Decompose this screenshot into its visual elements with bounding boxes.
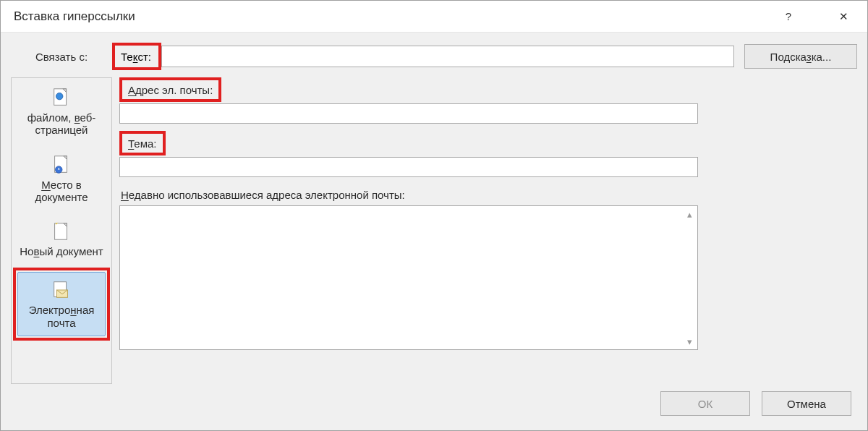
dialog-content: Связать с: Текст: Подсказка... файлом, в… [1, 33, 867, 430]
display-text-input[interactable] [161, 46, 734, 67]
email-address-label: Адрес эл. почты: [128, 84, 213, 96]
link-with-label: Связать с: [11, 51, 112, 63]
scroll-down-icon[interactable]: ▾ [683, 335, 696, 348]
screentip-button-label: Подсказка... [770, 51, 832, 63]
dialog-title: Вставка гиперссылки [14, 9, 135, 24]
text-label: Текст: [121, 51, 151, 63]
svg-point-2 [56, 93, 63, 99]
sidebar-item-label: Электронная почта [20, 304, 103, 329]
email-subject-label-box: Тема: [119, 131, 166, 155]
sidebar-item-new-doc[interactable]: Новый документ [13, 213, 110, 265]
recent-emails-listbox[interactable]: ▴ ▾ [119, 205, 698, 350]
top-row: Связать с: Текст: Подсказка... [11, 40, 857, 73]
email-address-label-box: Адрес эл. почты: [119, 77, 221, 102]
email-subject-input[interactable] [119, 157, 698, 177]
titlebar-controls: ? ✕ [772, 1, 860, 32]
email-address-input[interactable] [119, 103, 698, 124]
sidebar-item-label: Новый документ [20, 245, 103, 257]
dialog-footer: ОК Отмена [11, 384, 857, 423]
sidebar-item-file-webpage[interactable]: файлом, веб-страницей [13, 80, 110, 144]
hyperlink-dialog: Вставка гиперссылки ? ✕ Связать с: Текст… [0, 0, 868, 431]
cancel-button-label: Отмена [787, 398, 826, 410]
globe-page-icon [51, 87, 72, 108]
sidebar-item-email[interactable]: Электронная почта [17, 272, 106, 336]
sidebar-item-label: файлом, веб-страницей [16, 111, 107, 137]
titlebar: Вставка гиперссылки ? ✕ [1, 1, 867, 33]
sidebar-item-email-highlight: Электронная почта [13, 268, 110, 341]
sidebar-item-label: Место в документе [16, 179, 107, 204]
help-icon: ? [786, 10, 791, 22]
scroll-up-icon[interactable]: ▴ [683, 208, 696, 221]
cancel-button[interactable]: Отмена [762, 391, 851, 416]
mid-area: файлом, веб-страницей Место в документе … [11, 77, 857, 384]
linkto-sidebar: файлом, веб-страницей Место в документе … [11, 77, 112, 384]
text-label-box: Текст: [112, 43, 161, 70]
new-doc-icon [51, 221, 72, 242]
email-subject-label: Тема: [128, 137, 157, 150]
envelope-icon [51, 279, 72, 301]
right-column: Адрес эл. почты: Тема: Недавно использов… [119, 77, 857, 384]
recent-emails-label: Недавно использовавшиеся адреса электрон… [121, 189, 857, 201]
ok-button-label: ОК [698, 398, 712, 410]
help-button[interactable]: ? [772, 1, 805, 33]
bookmark-page-icon [51, 154, 72, 176]
close-icon: ✕ [839, 10, 848, 23]
close-button[interactable]: ✕ [827, 1, 860, 33]
screentip-button[interactable]: Подсказка... [744, 44, 857, 69]
sidebar-item-place-in-doc[interactable]: Место в документе [13, 147, 110, 211]
svg-rect-6 [55, 223, 67, 240]
ok-button[interactable]: ОК [660, 391, 750, 416]
